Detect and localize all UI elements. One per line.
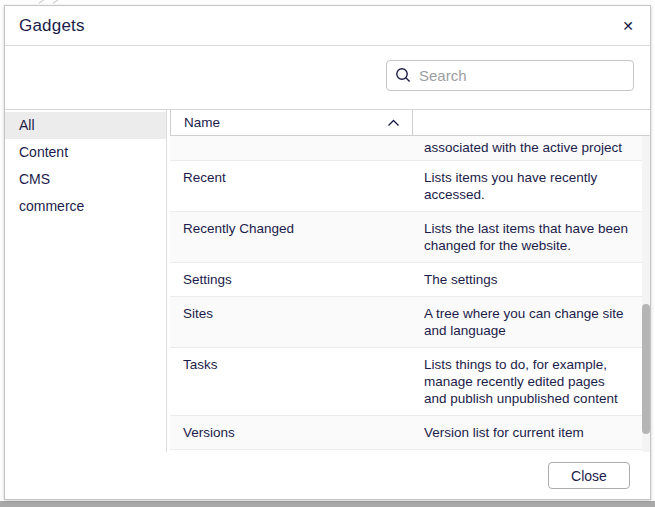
table-row[interactable]: SettingsThe settings <box>170 263 650 297</box>
table-row[interactable]: associated with the active project <box>170 136 650 161</box>
table-row[interactable]: RecentLists items you have recently acce… <box>170 161 650 212</box>
sidebar-item-all[interactable]: All <box>5 112 166 139</box>
row-name: Tasks <box>170 348 413 415</box>
search-icon <box>395 67 412 84</box>
column-header-name[interactable]: Name <box>170 110 413 135</box>
row-description: Lists the last items that have been chan… <box>413 212 650 262</box>
table-row[interactable]: TasksLists things to do, for example, ma… <box>170 348 650 416</box>
page-title: Gadgets <box>19 16 85 36</box>
gadgets-dialog: Gadgets ✕ AllContentCMScommerce Name <box>4 5 651 500</box>
table-row[interactable]: Recently ChangedLists the last items tha… <box>170 212 650 263</box>
row-name: Settings <box>170 263 413 296</box>
table-scrollbar[interactable] <box>642 136 650 456</box>
row-description: The settings <box>413 263 650 296</box>
sidebar-item-content[interactable]: Content <box>5 139 166 166</box>
row-description: associated with the active project <box>413 136 650 160</box>
background-artifact <box>39 0 48 4</box>
sidebar-list: AllContentCMScommerce <box>5 112 166 220</box>
search-row <box>5 46 650 109</box>
table-row[interactable]: VersionsVersion list for current item <box>170 416 650 450</box>
row-description: A tree where you can change site and lan… <box>413 297 650 347</box>
column-header-description[interactable] <box>413 110 650 135</box>
sidebar-item-cms[interactable]: CMS <box>5 166 166 193</box>
column-header-name-label: Name <box>184 115 220 130</box>
row-name: Versions <box>170 416 413 449</box>
row-name: Sites <box>170 297 413 347</box>
row-name: Recent <box>170 161 413 211</box>
row-description: Lists things to do, for example, manage … <box>413 348 650 415</box>
dialog-header: Gadgets ✕ <box>5 6 650 46</box>
row-name <box>170 136 413 160</box>
row-description: Lists items you have recently accessed. <box>413 161 650 211</box>
sidebar-item-commerce[interactable]: commerce <box>5 193 166 220</box>
close-icon[interactable]: ✕ <box>618 17 638 35</box>
gadget-table: Name associated with the active projectR… <box>167 110 650 456</box>
background-artifact <box>53 0 62 4</box>
sidebar: AllContentCMScommerce <box>5 110 167 456</box>
table-header: Name <box>170 110 650 136</box>
chevron-up-icon <box>387 119 400 127</box>
search-input[interactable] <box>417 66 625 85</box>
search-input-wrapper[interactable] <box>386 60 634 91</box>
row-name: Recently Changed <box>170 212 413 262</box>
content: AllContentCMScommerce Name associated wi… <box>5 109 650 457</box>
scrollbar-thumb[interactable] <box>642 304 650 434</box>
table-row[interactable]: SitesA tree where you can change site an… <box>170 297 650 348</box>
background-bottom-strip <box>0 501 655 507</box>
table-body: associated with the active projectRecent… <box>170 136 650 456</box>
dialog-footer: Close <box>5 452 650 499</box>
row-description: Version list for current item <box>413 416 650 449</box>
close-button[interactable]: Close <box>548 462 630 489</box>
